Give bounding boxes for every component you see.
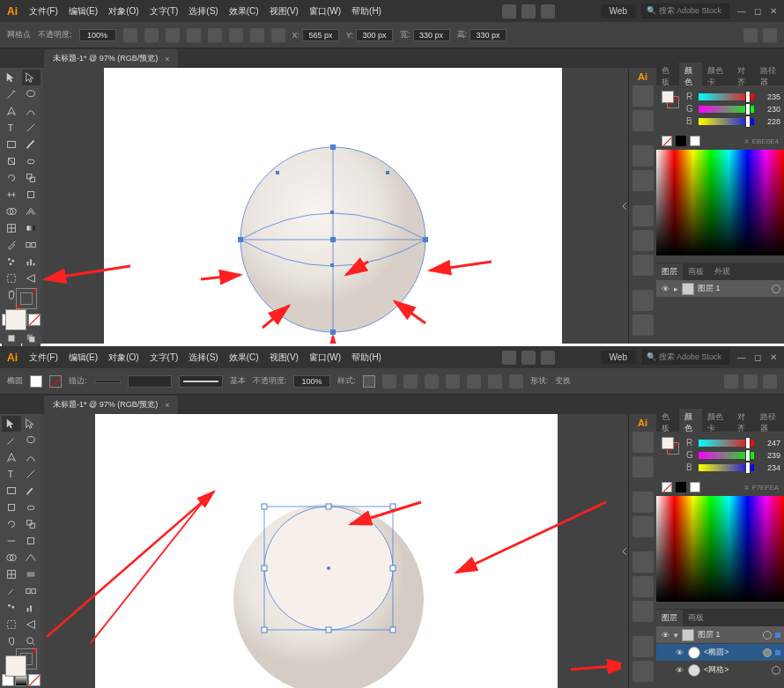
menu-type[interactable]: 文字(T)	[145, 349, 183, 366]
h-field[interactable]: 330 px	[470, 29, 507, 41]
document-tab[interactable]: 未标题-1* @ 97% (RGB/预览) ×	[44, 49, 178, 68]
properties-panel-icon[interactable]	[632, 85, 654, 107]
hand-tool[interactable]	[2, 633, 21, 649]
g-value[interactable]: 239	[759, 451, 780, 460]
selection-tool[interactable]	[2, 70, 21, 85]
shaper-tool[interactable]	[2, 153, 21, 169]
fill-stroke-indicator[interactable]	[5, 655, 37, 670]
opacity-field[interactable]: 100%	[293, 375, 330, 388]
align-icon[interactable]	[166, 28, 180, 42]
align-icon[interactable]	[446, 374, 460, 388]
menu-type[interactable]: 文字(T)	[145, 3, 183, 20]
align-icon[interactable]	[123, 28, 137, 42]
menu-window[interactable]: 窗口(W)	[305, 349, 345, 366]
menu-effect[interactable]: 效果(C)	[225, 349, 263, 366]
layers-tab[interactable]: 图层	[656, 263, 683, 280]
lasso-tool[interactable]	[22, 433, 41, 448]
isolate-icon[interactable]	[724, 374, 738, 388]
pen-tool[interactable]	[2, 449, 21, 465]
draw-behind[interactable]	[22, 330, 41, 346]
g-slider[interactable]	[699, 452, 754, 459]
properties-panel-icon[interactable]	[632, 432, 654, 453]
hex-value[interactable]: F7EFEA	[752, 484, 779, 492]
scale-tool[interactable]	[22, 516, 41, 532]
stroke-panel-icon[interactable]	[632, 551, 654, 573]
symbol-sprayer-tool[interactable]	[2, 600, 21, 616]
menu-select[interactable]: 选择(S)	[184, 3, 222, 20]
gradient-tool[interactable]	[22, 566, 41, 582]
hex-value[interactable]: EBE6E4	[752, 137, 779, 145]
document-tab[interactable]: 未标题-1* @ 97% (RGB/预览) ×	[44, 396, 178, 414]
menu-view[interactable]: 视图(V)	[265, 3, 303, 20]
arrange-icon[interactable]	[541, 351, 555, 365]
appearance-panel-icon[interactable]	[632, 290, 654, 311]
menu-effect[interactable]: 效果(C)	[225, 3, 263, 20]
draw-normal[interactable]	[2, 330, 21, 346]
line-segment-tool[interactable]	[22, 120, 41, 136]
align-icon[interactable]	[187, 28, 201, 42]
r-slider[interactable]	[699, 440, 754, 447]
visibility-toggle[interactable]: 👁	[660, 284, 670, 294]
rectangle-tool[interactable]	[2, 137, 21, 152]
style-swatch[interactable]	[363, 375, 375, 388]
scale-tool[interactable]	[22, 170, 41, 186]
menu-object[interactable]: 对象(O)	[104, 3, 143, 20]
width-tool[interactable]	[2, 187, 21, 203]
g-slider[interactable]	[699, 106, 754, 113]
eyedropper-tool[interactable]	[2, 583, 21, 599]
direct-selection-tool[interactable]	[22, 70, 41, 85]
visibility-toggle[interactable]: 👁	[674, 665, 684, 676]
shaper-tool[interactable]	[2, 499, 21, 515]
selection-tool[interactable]	[2, 416, 21, 432]
magic-wand-tool[interactable]	[2, 433, 21, 448]
menu-help[interactable]: 帮助(H)	[347, 349, 386, 366]
target-icon[interactable]	[763, 648, 772, 657]
line-segment-tool[interactable]	[22, 466, 41, 482]
menu-select[interactable]: 选择(S)	[184, 349, 222, 366]
direct-selection-tool[interactable]	[22, 416, 41, 432]
color-spectrum[interactable]	[656, 496, 784, 602]
artboard[interactable]	[104, 68, 562, 344]
color-spectrum[interactable]	[656, 150, 784, 255]
perspective-grid-tool[interactable]	[22, 203, 41, 219]
menu-edit[interactable]: 编辑(E)	[64, 349, 102, 366]
close-button[interactable]: ✕	[766, 5, 780, 18]
slice-tool[interactable]	[22, 617, 41, 633]
b-value[interactable]: 234	[759, 463, 780, 472]
sublayer-name[interactable]: <椭圆>	[704, 647, 759, 658]
transparency-panel-icon[interactable]	[632, 255, 654, 276]
black-swatch[interactable]	[676, 136, 686, 146]
target-icon[interactable]	[772, 666, 780, 675]
layer-row[interactable]: 👁 ▾ 图层 1	[656, 626, 784, 644]
column-graph-tool[interactable]	[22, 254, 41, 270]
w-field[interactable]: 330 px	[413, 29, 450, 41]
menu-file[interactable]: 文件(F)	[25, 349, 63, 366]
prefs-icon[interactable]	[763, 374, 777, 388]
pen-tool[interactable]	[2, 103, 21, 119]
brush-definition[interactable]	[179, 375, 223, 388]
mini-fill[interactable]	[662, 91, 674, 103]
menu-file[interactable]: 文件(F)	[25, 3, 63, 20]
zoom-tool[interactable]	[22, 633, 41, 649]
type-tool[interactable]: T	[2, 120, 21, 136]
sublayer-row[interactable]: 👁 <椭圆>	[656, 644, 784, 662]
blend-tool[interactable]	[22, 237, 41, 253]
transparency-panel-icon[interactable]	[632, 601, 654, 622]
doc-setup-icon[interactable]	[521, 4, 536, 18]
b-slider[interactable]	[699, 118, 754, 125]
brushes-panel-icon[interactable]	[632, 492, 654, 513]
minimize-button[interactable]: —	[735, 351, 749, 364]
transform-icon[interactable]	[271, 28, 285, 42]
panel-expand-arrow[interactable]	[621, 414, 628, 688]
graphic-styles-panel-icon[interactable]	[632, 661, 654, 682]
panel-expand-arrow[interactable]	[621, 68, 628, 344]
symbols-panel-icon[interactable]	[632, 170, 654, 191]
align-icon[interactable]	[425, 374, 439, 388]
column-graph-tool[interactable]	[22, 600, 41, 616]
eyedropper-tool[interactable]	[2, 237, 21, 253]
align-icon[interactable]	[509, 374, 523, 388]
gradient-panel-icon[interactable]	[632, 576, 654, 597]
paintbrush-tool[interactable]	[22, 137, 41, 152]
b-value[interactable]: 228	[759, 117, 780, 126]
type-tool[interactable]: T	[2, 466, 21, 482]
